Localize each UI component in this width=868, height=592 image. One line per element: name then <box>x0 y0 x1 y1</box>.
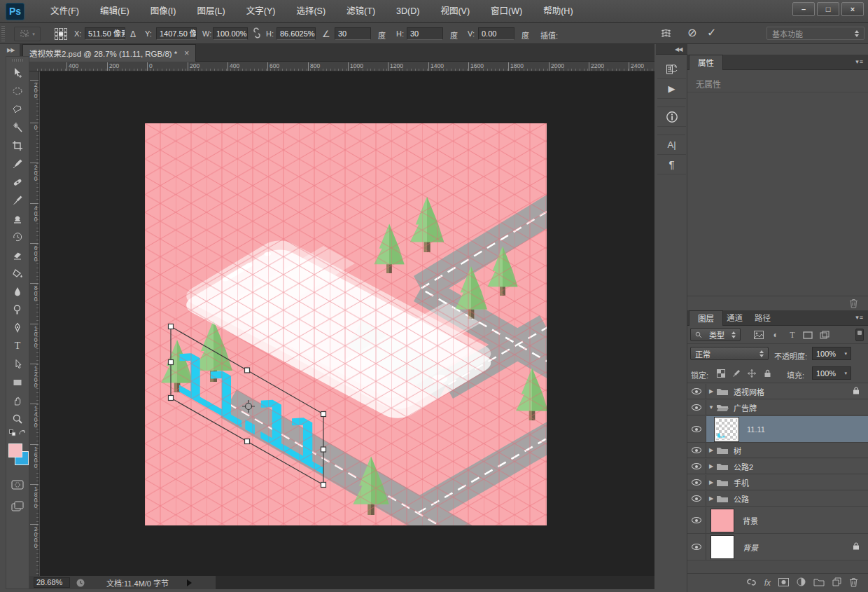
x-input[interactable]: 511.50 像素 <box>85 27 125 40</box>
default-colors-icon[interactable] <box>9 429 16 438</box>
expand-arrow-icon[interactable]: ▶ <box>706 388 716 394</box>
visibility-toggle[interactable] <box>687 459 706 474</box>
maximize-button[interactable]: □ <box>817 2 839 16</box>
zoom-tool[interactable] <box>6 410 29 428</box>
visibility-toggle[interactable] <box>687 534 706 560</box>
vertical-ruler[interactable]: 200 0 200 400 600 800 1000 1200 1400 160… <box>29 71 39 576</box>
link-layers-icon[interactable] <box>746 578 757 588</box>
hand-tool[interactable] <box>6 392 29 410</box>
visibility-toggle[interactable] <box>687 491 706 506</box>
layer-row-pink-background[interactable]: 背景 <box>687 507 868 534</box>
layer-thumbnail[interactable] <box>715 418 738 441</box>
layer-row-1111[interactable]: 11.11 <box>687 416 868 443</box>
status-menu-arrow-icon[interactable] <box>187 579 192 586</box>
rectangle-tool[interactable] <box>6 373 29 392</box>
lock-position-icon[interactable] <box>745 367 759 380</box>
canvas-document[interactable]: 11.11 <box>145 123 547 525</box>
filter-toggle-switch[interactable] <box>855 329 864 341</box>
layer-row-road-group[interactable]: ▶ 公路 <box>687 491 868 507</box>
menu-edit[interactable]: 编辑(E) <box>90 0 140 22</box>
polygonal-lasso-tool[interactable] <box>6 100 29 118</box>
lock-all-icon[interactable] <box>760 367 774 380</box>
layer-row-road2-group[interactable]: ▶ 公路2 <box>687 459 868 474</box>
blur-tool[interactable] <box>6 282 29 301</box>
tab-paths[interactable]: 路径 <box>746 310 779 326</box>
h-input[interactable]: 86.6025% <box>276 27 316 40</box>
clone-stamp-tool[interactable] <box>6 209 29 228</box>
minimize-button[interactable]: – <box>792 2 815 16</box>
dock-collapse-button[interactable]: ◀◀ <box>675 46 682 53</box>
history-brush-tool[interactable] <box>6 228 29 246</box>
visibility-toggle[interactable] <box>687 507 706 533</box>
layer-row-perspective-grid[interactable]: ▶ 透视网格 <box>687 384 868 399</box>
rotate-input[interactable]: 30 <box>335 27 371 40</box>
adjustment-layer-icon[interactable] <box>797 577 806 588</box>
character-panel-icon[interactable]: A| <box>657 135 686 155</box>
visibility-toggle[interactable] <box>687 443 706 457</box>
relative-position-icon[interactable]: Δ <box>130 29 136 40</box>
swap-colors-icon[interactable] <box>18 429 26 438</box>
menu-file[interactable]: 文件(F) <box>40 0 90 22</box>
type-tool[interactable]: T <box>6 337 29 355</box>
panel-menu-icon[interactable]: ▾≡ <box>855 58 864 65</box>
fill-value[interactable]: 100%▾ <box>812 366 851 380</box>
blend-mode-dropdown[interactable]: 正常 <box>690 347 769 360</box>
info-panel-icon[interactable] <box>657 107 686 127</box>
opacity-value[interactable]: 100%▾ <box>812 347 851 360</box>
expand-arrow-icon[interactable]: ▶ <box>706 479 716 486</box>
layer-thumbnail[interactable] <box>710 509 734 532</box>
tab-properties[interactable]: 属性 <box>689 55 723 70</box>
eraser-tool[interactable] <box>6 246 29 264</box>
menu-image[interactable]: 图像(I) <box>140 0 187 22</box>
layer-row-trees-group[interactable]: ▶ 树 <box>687 443 868 458</box>
layer-row-phone-group[interactable]: ▶ 手机 <box>687 475 868 490</box>
filter-shape-layers-icon[interactable] <box>801 329 815 341</box>
delete-layer-icon[interactable] <box>849 577 858 589</box>
reference-point-locator[interactable] <box>53 27 69 41</box>
crop-tool[interactable] <box>6 137 29 155</box>
filter-type-dropdown[interactable]: 类型 <box>690 328 741 341</box>
cancel-transform-icon[interactable]: ⊘ <box>687 27 696 39</box>
menu-type[interactable]: 文字(Y) <box>236 0 286 22</box>
expand-arrow-icon[interactable]: ▶ <box>706 463 716 469</box>
lock-pixels-icon[interactable] <box>729 367 743 380</box>
y-input[interactable]: 1407.50 像素 <box>156 27 197 40</box>
filter-adjustment-layers-icon[interactable]: ◐ <box>769 329 783 341</box>
zoom-level-field[interactable]: 28.68% <box>34 577 70 588</box>
path-selection-tool[interactable] <box>6 355 29 373</box>
paragraph-panel-icon[interactable]: ¶ <box>657 155 686 174</box>
toolbox-collapse-button[interactable]: ▶▶ <box>7 47 14 53</box>
collapse-arrow-icon[interactable]: ▼ <box>706 404 716 411</box>
workspace-switcher[interactable]: 基本功能 <box>766 27 864 40</box>
visibility-toggle[interactable] <box>687 416 706 442</box>
filter-type-layers-icon[interactable]: T <box>785 329 799 341</box>
menu-layer[interactable]: 图层(L) <box>186 0 235 22</box>
new-group-icon[interactable] <box>813 578 825 588</box>
spot-healing-brush-tool[interactable] <box>6 173 29 191</box>
panel-menu-icon[interactable]: ▾≡ <box>855 314 864 321</box>
layer-row-background[interactable]: 背景 <box>687 534 868 560</box>
eyedropper-tool[interactable] <box>6 155 29 173</box>
layer-style-icon[interactable]: fx <box>764 578 771 588</box>
actions-panel-icon[interactable]: ▶ <box>657 79 686 99</box>
h-skew-input[interactable]: 30 <box>407 27 443 40</box>
paint-bucket-tool[interactable] <box>6 264 29 282</box>
tab-close-icon[interactable]: × <box>184 48 189 58</box>
menu-view[interactable]: 视图(V) <box>430 0 480 22</box>
elliptical-marquee-tool[interactable] <box>6 82 29 100</box>
expand-arrow-icon[interactable]: ▶ <box>706 495 716 502</box>
dodge-tool[interactable] <box>6 301 29 319</box>
menu-select[interactable]: 选择(S) <box>286 0 336 22</box>
horizontal-ruler[interactable]: 400 200 0 200 400 600 800 1000 1200 1400… <box>29 62 654 71</box>
visibility-toggle[interactable] <box>687 384 706 399</box>
menu-3d[interactable]: 3D(D) <box>386 0 430 22</box>
add-mask-icon[interactable] <box>778 578 789 588</box>
history-panel-icon[interactable] <box>657 60 686 79</box>
commit-transform-icon[interactable]: ✓ <box>707 27 716 39</box>
filter-smart-objects-icon[interactable] <box>818 329 832 341</box>
foreground-color-swatch[interactable] <box>8 443 22 457</box>
visibility-toggle[interactable] <box>687 475 706 490</box>
brush-tool[interactable] <box>6 191 29 209</box>
trash-icon[interactable] <box>849 298 858 310</box>
layer-thumbnail[interactable] <box>710 535 734 559</box>
